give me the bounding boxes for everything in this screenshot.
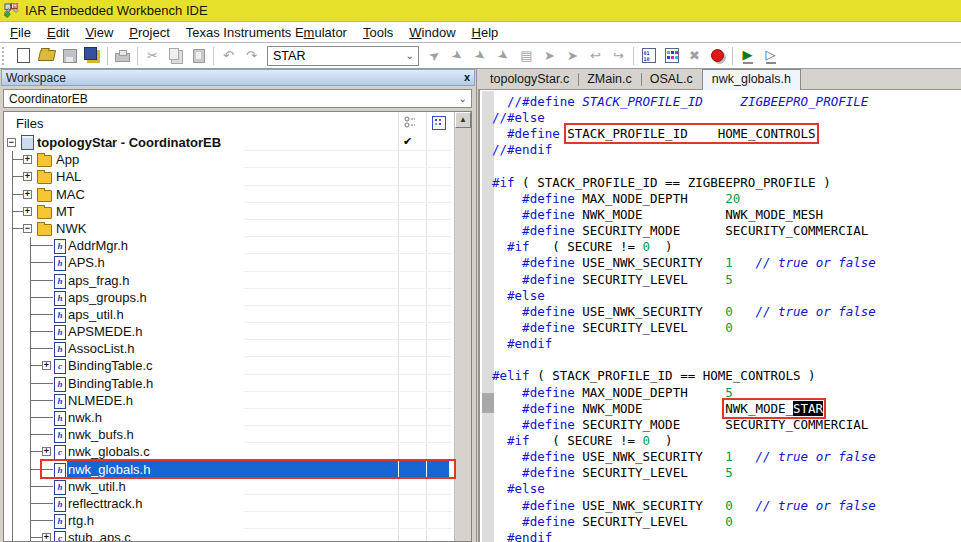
- undo-icon[interactable]: ↶: [217, 45, 240, 66]
- find-in-files-icon[interactable]: ▤: [515, 45, 538, 66]
- tree-guide-line: [12, 529, 13, 542]
- compile-icon[interactable]: [637, 45, 660, 66]
- menu-item-project[interactable]: Project: [121, 23, 177, 42]
- tree-item[interactable]: hNLMEDE.h: [4, 392, 455, 409]
- tab-OSAL-c[interactable]: OSAL.c: [641, 70, 702, 89]
- tab-ZMain-c[interactable]: ZMain.c: [578, 70, 640, 89]
- tree-item-label: nwk_bufs.h: [68, 427, 134, 442]
- tree-item[interactable]: +App: [4, 151, 455, 168]
- tree-item[interactable]: hAssocList.h: [4, 340, 455, 357]
- save-all-icon[interactable]: [81, 45, 104, 66]
- workspace-scrollbar[interactable]: ▲: [454, 112, 471, 541]
- menu-item-texas-instruments-emulator[interactable]: Texas Instruments Emulator: [178, 23, 355, 42]
- toolbar-grip[interactable]: [2, 47, 9, 65]
- make-icon[interactable]: [660, 45, 683, 66]
- navigate-forward-icon[interactable]: ➤: [446, 45, 469, 66]
- tree-guide-line: [30, 486, 53, 487]
- tab-topologyStar-c[interactable]: topologyStar.c: [481, 70, 578, 89]
- editor-body[interactable]: //#define STACK_PROFILE_ID ZIGBEEPRO_PRO…: [478, 90, 961, 542]
- menu-item-view[interactable]: View: [77, 23, 121, 42]
- tree-item[interactable]: −NWK: [4, 220, 455, 237]
- next-error-icon[interactable]: ↪: [607, 45, 630, 66]
- code-segment: #define: [522, 223, 575, 238]
- configuration-dropdown[interactable]: CoordinatorEB ⌄: [3, 89, 472, 108]
- editor-tab-bar: topologyStar.cZMain.cOSAL.cnwk_globals.h: [478, 69, 961, 90]
- print-icon[interactable]: [111, 45, 134, 66]
- tree-item[interactable]: +MT: [4, 203, 455, 220]
- cut-icon[interactable]: ✂: [141, 45, 164, 66]
- expand-icon[interactable]: +: [23, 207, 32, 216]
- tree-item[interactable]: hBindingTable.h: [4, 375, 455, 392]
- navigate-back-icon[interactable]: ➤: [423, 45, 446, 66]
- tree-item[interactable]: +cBindingTable.c: [4, 357, 455, 374]
- selected-text: STAR: [793, 401, 823, 416]
- tree-item[interactable]: hAPSMEDE.h: [4, 323, 455, 340]
- goto-line-icon[interactable]: ➤: [561, 45, 584, 66]
- scroll-up-icon[interactable]: ▲: [455, 112, 471, 128]
- tree-item[interactable]: hreflecttrack.h: [4, 495, 455, 512]
- tree-item[interactable]: haps_util.h: [4, 306, 455, 323]
- expand-icon[interactable]: +: [23, 155, 32, 164]
- workspace-title-bar[interactable]: Workspace x: [1, 69, 475, 86]
- expand-icon[interactable]: +: [23, 172, 32, 181]
- redo-icon[interactable]: ↷: [240, 45, 263, 66]
- tree-item[interactable]: +HAL: [4, 168, 455, 185]
- replace-icon[interactable]: ➤: [538, 45, 561, 66]
- debug-icon[interactable]: ▶: [736, 45, 759, 66]
- tree-item[interactable]: +cstub_aps.c: [4, 529, 455, 542]
- expand-icon[interactable]: +: [23, 190, 32, 199]
- tree-item[interactable]: hnwk_util.h: [4, 478, 455, 495]
- new-file-icon[interactable]: [12, 45, 35, 66]
- collapse-icon[interactable]: −: [23, 224, 32, 233]
- search-combobox[interactable]: STAR⌄: [267, 46, 419, 66]
- expand-icon[interactable]: +: [42, 447, 51, 456]
- save-icon[interactable]: [58, 45, 81, 66]
- goto-bookmark-icon[interactable]: ➤: [492, 45, 515, 66]
- previous-error-icon[interactable]: ↩: [584, 45, 607, 66]
- tree-item[interactable]: haps_frag.h: [4, 272, 455, 289]
- tree-item-label: AssocList.h: [68, 341, 134, 356]
- toggle-bookmark-icon[interactable]: ➤: [469, 45, 492, 66]
- menu-item-edit[interactable]: Edit: [39, 23, 77, 42]
- close-icon[interactable]: x: [464, 72, 470, 83]
- code-segment: ( STACK_PROFILE_ID == ZIGBEEPRO_PROFILE …: [515, 175, 831, 190]
- code-segment: [492, 94, 507, 109]
- expand-icon[interactable]: +: [42, 361, 51, 370]
- tree-guide-line: [12, 478, 13, 495]
- tree-guide-line: [12, 306, 13, 323]
- folder-icon: [37, 224, 52, 236]
- download-debug-icon[interactable]: [706, 45, 729, 66]
- tree-item[interactable]: hnwk.h: [4, 409, 455, 426]
- expand-icon[interactable]: +: [42, 533, 51, 542]
- tree-item[interactable]: hrtg.h: [4, 512, 455, 529]
- tree-item[interactable]: haps_groups.h: [4, 289, 455, 306]
- tree-item-project[interactable]: −topologyStar - CoordinatorEB✔: [4, 134, 455, 151]
- h-file-icon: h: [54, 239, 66, 254]
- tab-nwk-globals-h[interactable]: nwk_globals.h: [702, 69, 801, 90]
- menu-item-tools[interactable]: Tools: [355, 23, 401, 42]
- tree-item[interactable]: hnwk_bufs.h: [4, 426, 455, 443]
- tree-item[interactable]: hAddrMgr.h: [4, 237, 455, 254]
- code-segment: 20: [725, 191, 740, 206]
- files-panel: Files −topologyStar - CoordinatorEB✔+App…: [3, 111, 472, 542]
- tree-item[interactable]: hAPS.h: [4, 254, 455, 271]
- collapse-icon[interactable]: −: [7, 138, 16, 147]
- stop-build-icon[interactable]: ✖: [683, 45, 706, 66]
- tree-guide-line: [30, 348, 53, 349]
- folder-icon: [37, 155, 52, 167]
- code-segment: #define: [522, 207, 575, 222]
- code-line: #define MAX_NODE_DEPTH 5: [492, 385, 961, 401]
- code-line: #define USE_NWK_SECURITY 1 // true or fa…: [492, 255, 961, 271]
- menu-item-file[interactable]: File: [2, 23, 39, 42]
- menu-item-window[interactable]: Window: [401, 23, 463, 42]
- debug-without-download-icon[interactable]: ▷: [759, 45, 782, 66]
- open-file-icon[interactable]: [35, 45, 58, 66]
- code-line: //#define STACK_PROFILE_ID ZIGBEEPRO_PRO…: [492, 94, 961, 110]
- paste-icon[interactable]: [187, 45, 210, 66]
- code-segment: #define: [522, 385, 575, 400]
- copy-icon[interactable]: [164, 45, 187, 66]
- tree-item[interactable]: +MAC: [4, 186, 455, 203]
- menu-item-help[interactable]: Help: [464, 23, 507, 42]
- code-area[interactable]: //#define STACK_PROFILE_ID ZIGBEEPRO_PRO…: [492, 94, 961, 542]
- tree-item[interactable]: hnwk_globals.h: [4, 461, 455, 478]
